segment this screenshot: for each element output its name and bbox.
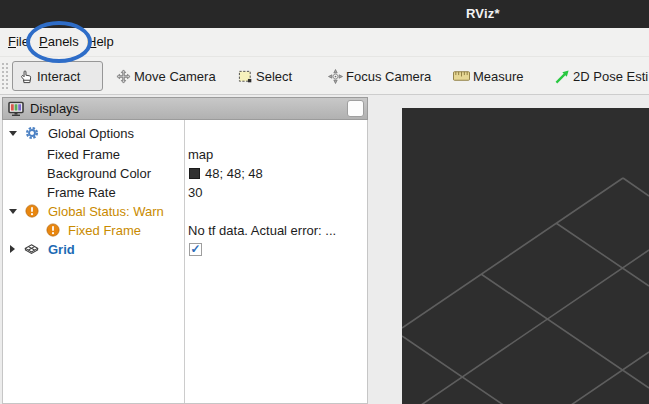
grid-enabled-checkbox[interactable]: ✓ [189,243,202,256]
menu-file[interactable]: File [8,34,29,49]
displays-panel: Displays Global Options Fixed Frame map … [2,97,368,404]
move-camera-tool-button[interactable]: Move Camera [116,61,216,91]
tool-label: Select [256,69,292,84]
interact-tool-button[interactable]: Interact [12,61,103,91]
row-value[interactable]: No tf data. Actual error: ... [188,223,336,238]
pose-arrow-icon [555,69,570,84]
color-swatch[interactable] [189,168,200,179]
toolbar-grip[interactable] [2,63,8,89]
row-label: Global Options [48,126,134,141]
tree-row-global-options[interactable]: Global Options [3,124,367,143]
render-viewport-3d[interactable] [402,108,649,404]
focus-crosshair-icon [328,69,343,84]
select-tool-button[interactable]: Select [238,61,292,91]
displays-panel-header[interactable]: Displays [2,97,368,120]
ground-grid [402,108,649,404]
window-titlebar: RViz* [0,0,649,28]
panel-title: Displays [30,101,79,116]
panel-float-button[interactable] [347,100,364,117]
row-label: Frame Rate [47,185,116,200]
row-label: Background Color [47,166,151,181]
row-value[interactable]: 48; 48; 48 [205,166,263,181]
pose-estimate-tool-button[interactable]: 2D Pose Esti [555,61,648,91]
tree-row-fixed-frame[interactable]: Fixed Frame map [3,145,367,164]
expand-arrow-icon[interactable] [9,209,17,214]
tool-label: Move Camera [134,69,216,84]
tool-label: 2D Pose Esti [573,69,648,84]
grid-icon [24,242,39,257]
row-label: Fixed Frame [68,223,141,238]
row-label: Global Status: Warn [48,204,164,219]
row-label: Grid [48,242,75,257]
tree-row-grid[interactable]: Grid ✓ [3,240,367,259]
row-label: Fixed Frame [47,147,120,162]
measure-tool-button[interactable]: Measure [453,61,524,91]
hand-pointer-icon [19,69,34,84]
toolbar: Interact Move Camera Select Focus Camera… [0,57,649,95]
tree-row-frame-rate[interactable]: Frame Rate 30 [3,183,367,202]
monitor-icon [8,101,24,117]
selection-box-icon [238,69,253,84]
tree-row-fixed-frame-warning[interactable]: Fixed Frame No tf data. Actual error: ..… [3,221,367,240]
window-title: RViz* [466,6,500,21]
menu-panels[interactable]: Panels [39,34,79,49]
row-value[interactable]: map [188,147,213,162]
move-arrows-icon [116,69,131,84]
row-value[interactable]: 30 [188,185,202,200]
displays-tree: Global Options Fixed Frame map Backgroun… [2,120,368,404]
ruler-icon [453,71,470,81]
tool-label: Focus Camera [346,69,431,84]
collapse-arrow-icon[interactable] [10,245,15,253]
warning-icon [25,204,39,218]
expand-arrow-icon[interactable] [9,131,17,136]
warning-icon [46,223,60,237]
menubar: File Panels Help [0,28,649,57]
focus-camera-tool-button[interactable]: Focus Camera [328,61,431,91]
tree-row-global-status[interactable]: Global Status: Warn [3,202,367,221]
tree-row-background-color[interactable]: Background Color 48; 48; 48 [3,164,367,183]
tool-label: Interact [37,69,80,84]
menu-help[interactable]: Help [87,34,114,49]
gear-icon [25,126,39,140]
tool-label: Measure [473,69,524,84]
